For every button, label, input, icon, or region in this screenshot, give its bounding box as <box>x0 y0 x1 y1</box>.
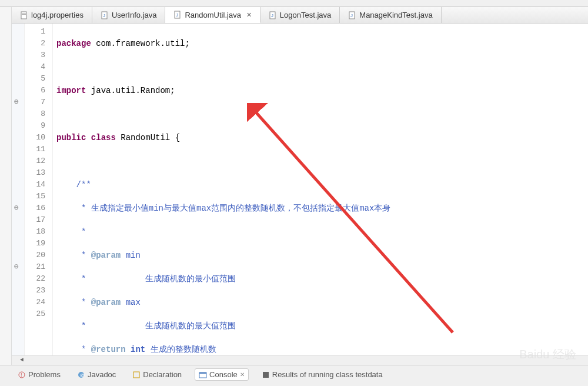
linenum: 9 <box>25 120 45 132</box>
tab-results[interactable]: Results of running class testdata <box>258 369 386 380</box>
tab-log4j[interactable]: log4j.properties <box>12 7 92 23</box>
tab-label: LogonTest.java <box>280 11 331 19</box>
file-icon <box>20 11 28 19</box>
linenum: 4 <box>25 61 45 73</box>
tab-problems[interactable]: ! Problems <box>14 369 64 380</box>
svg-text:@: @ <box>80 372 85 378</box>
declaration-icon <box>132 371 141 379</box>
linenum: 25 <box>25 308 45 320</box>
linenum: 14 <box>25 179 45 191</box>
tab-managekindtest[interactable]: J ManageKindTest.java <box>340 7 441 23</box>
tab-label: RandomUtil.java <box>185 11 240 19</box>
linenum: 12 <box>25 155 45 167</box>
linenum: 10 <box>25 132 45 144</box>
code-area: 1 2 3 4 5 6 7⊖ 8 9 10 11 12 13 14 15 16⊖… <box>12 24 588 355</box>
tab-label: Console <box>209 370 238 379</box>
svg-rect-1 <box>22 13 26 14</box>
svg-rect-17 <box>133 372 139 378</box>
svg-text:J: J <box>176 12 178 18</box>
tab-console[interactable]: Console ✕ <box>195 368 249 381</box>
java-icon: J <box>269 11 277 19</box>
tab-label: Results of running class testdata <box>272 370 383 379</box>
linenum: 17 <box>25 214 45 226</box>
close-icon[interactable]: ✕ <box>240 371 245 378</box>
linenum: 22 <box>25 273 45 285</box>
tab-label: ManageKindTest.java <box>359 11 432 19</box>
svg-text:!: ! <box>21 372 22 378</box>
linenum: 3 <box>25 49 45 61</box>
java-icon: J <box>173 11 182 19</box>
javadoc-icon: @ <box>77 371 85 379</box>
tab-javadoc[interactable]: @ Javadoc <box>74 369 119 380</box>
linenum: 5 <box>25 73 45 85</box>
tab-label: Declaration <box>143 370 182 379</box>
linenum: 18 <box>25 226 45 238</box>
horizontal-scrollbar[interactable]: ◄ <box>12 355 588 365</box>
linenum: 6 <box>25 85 45 96</box>
main-area: log4j.properties J UserInfo.java J Rando… <box>0 7 588 365</box>
close-icon[interactable]: ✕ <box>246 11 252 19</box>
svg-rect-0 <box>21 12 26 19</box>
tab-declaration[interactable]: Declaration <box>129 369 185 380</box>
tab-label: UserInfo.java <box>112 11 157 19</box>
linenum: 1 <box>25 26 45 38</box>
tab-label: Problems <box>28 370 61 379</box>
results-icon <box>262 371 270 379</box>
code-text[interactable]: package com.framework.util; import java.… <box>53 24 588 355</box>
linenum: 21⊖ <box>25 261 45 273</box>
editor-container: log4j.properties J UserInfo.java J Rando… <box>12 7 588 365</box>
svg-rect-19 <box>199 372 206 374</box>
svg-rect-2 <box>22 14 26 15</box>
linenum: 15 <box>25 191 45 202</box>
tab-label: log4j.properties <box>31 11 83 19</box>
tab-randomutil[interactable]: J RandomUtil.java ✕ <box>165 7 260 23</box>
svg-text:J: J <box>271 13 273 18</box>
watermark: Baidu 经验 <box>519 347 576 362</box>
tab-userinfo[interactable]: J UserInfo.java <box>92 7 166 23</box>
linenum: 2 <box>25 38 45 49</box>
tab-logontest[interactable]: J LogonTest.java <box>260 7 340 23</box>
svg-text:J: J <box>350 13 353 18</box>
java-icon: J <box>101 11 109 19</box>
linenum: 16⊖ <box>25 202 45 214</box>
svg-text:J: J <box>103 13 105 18</box>
linenum: 23 <box>25 285 45 297</box>
bottom-panel-tabs: ! Problems @ Javadoc Declaration Console… <box>0 365 588 384</box>
console-icon <box>199 371 207 379</box>
linenum: 20 <box>25 249 45 261</box>
linenum: 13 <box>25 167 45 179</box>
toolbar <box>0 0 588 7</box>
svg-rect-20 <box>263 372 269 378</box>
linenum: 8 <box>25 108 45 120</box>
left-margin <box>0 7 12 365</box>
java-icon: J <box>348 11 356 19</box>
linenum: 11 <box>25 144 45 155</box>
linenum: 7⊖ <box>25 96 45 108</box>
scroll-left-icon[interactable]: ◄ <box>20 357 28 365</box>
linenum: 24 <box>25 297 45 308</box>
problems-icon: ! <box>18 371 26 379</box>
linenum: 19 <box>25 238 45 249</box>
tab-label: Javadoc <box>88 370 116 379</box>
editor-tabs: log4j.properties J UserInfo.java J Rando… <box>12 7 588 24</box>
line-gutter: 1 2 3 4 5 6 7⊖ 8 9 10 11 12 13 14 15 16⊖… <box>25 24 53 355</box>
ruler <box>12 24 25 355</box>
